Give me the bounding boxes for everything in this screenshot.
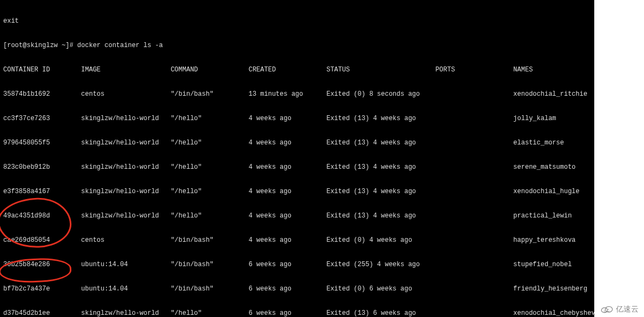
prompt-line: [root@skinglzw ~]# docker container ls -… xyxy=(3,42,591,50)
container-row: e3f3858a4167 skinglzw/hello-world "/hell… xyxy=(3,188,591,196)
containers-header: CONTAINER ID IMAGE COMMAND CREATED STATU… xyxy=(3,66,591,74)
container-row: cc3f37ce7263 skinglzw/hello-world "/hell… xyxy=(3,115,591,123)
terminal-window[interactable]: exit [root@skinglzw ~]# docker container… xyxy=(0,0,594,317)
container-row: bf7b2c7a437e ubuntu:14.04 "/bin/bash" 6 … xyxy=(3,285,591,293)
container-row: 9796458055f5 skinglzw/hello-world "/hell… xyxy=(3,139,591,147)
svg-point-2 xyxy=(604,310,605,311)
container-row: 30b25b84e286 ubuntu:14.04 "/bin/bash" 6 … xyxy=(3,261,591,269)
container-row: 35874b1b1692 centos "/bin/bash" 13 minut… xyxy=(3,90,591,98)
watermark-text: 亿速云 xyxy=(616,305,639,313)
output-line: exit xyxy=(3,17,591,25)
cloud-icon xyxy=(600,304,614,314)
container-row: cae269d85054 centos "/bin/bash" 4 weeks … xyxy=(3,236,591,245)
container-row: 49ac4351d98d skinglzw/hello-world "/hell… xyxy=(3,212,591,220)
svg-point-3 xyxy=(608,309,609,310)
container-row: d37b45d2b1ee skinglzw/hello-world "/hell… xyxy=(3,309,591,317)
container-row: 823c0beb912b skinglzw/hello-world "/hell… xyxy=(3,163,591,171)
watermark: 亿速云 xyxy=(600,304,639,314)
